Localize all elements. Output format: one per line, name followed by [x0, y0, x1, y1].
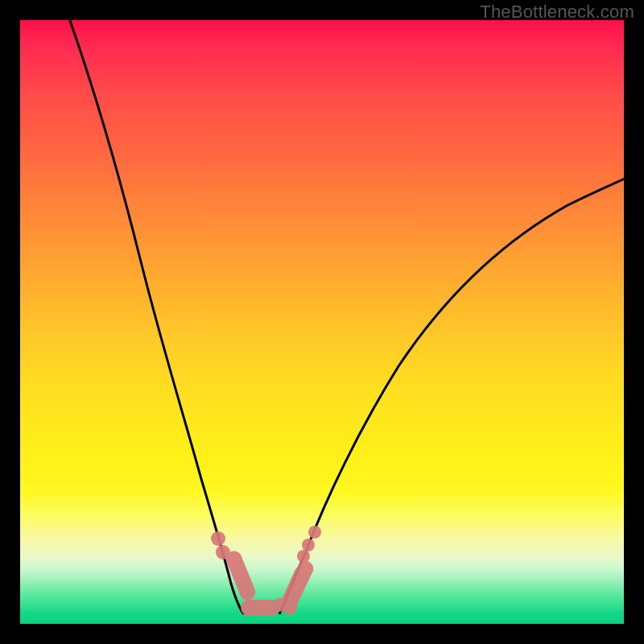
right-curve	[279, 177, 628, 614]
left-curve	[68, 16, 244, 614]
chart-svg	[20, 20, 624, 624]
svg-point-5	[308, 526, 321, 539]
svg-point-3	[297, 550, 310, 563]
svg-point-0	[211, 531, 225, 546]
svg-point-4	[302, 539, 315, 551]
chart-container: TheBottleneck.com	[0, 0, 644, 644]
watermark-text: TheBottleneck.com	[480, 2, 634, 23]
